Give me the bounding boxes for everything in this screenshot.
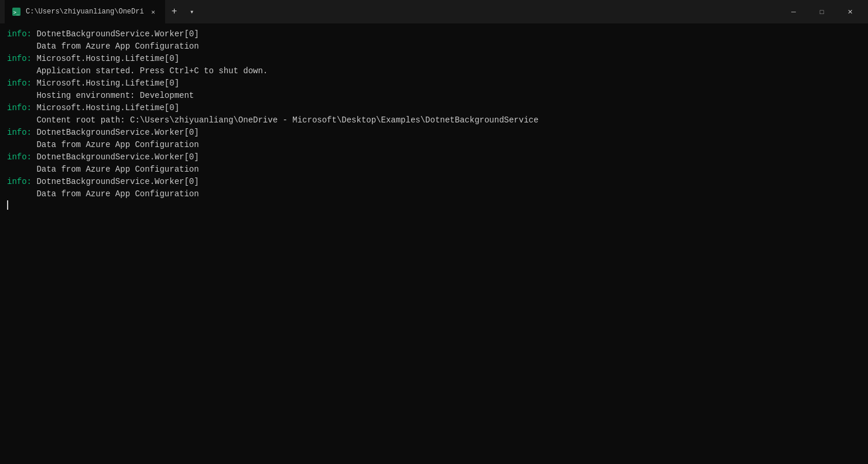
maximize-button[interactable]: □	[808, 2, 835, 21]
log-message: Hosting environment: Development	[7, 90, 194, 102]
continuation-line: Data from Azure App Configuration	[7, 163, 861, 176]
log-line: info: Microsoft.Hosting.Lifetime[0]	[7, 53, 861, 65]
log-source: DotnetBackgroundService.Worker[0]	[32, 176, 199, 188]
tab-dropdown-button[interactable]: ▾	[184, 4, 200, 20]
log-message: Data from Azure App Configuration	[7, 40, 199, 53]
continuation-line: Data from Azure App Configuration	[7, 40, 861, 53]
terminal-cursor	[7, 200, 8, 210]
continuation-line: Hosting environment: Development	[7, 90, 861, 102]
info-label: info:	[7, 28, 32, 40]
close-button[interactable]: ✕	[836, 2, 863, 21]
window-controls: ─ □ ✕	[780, 2, 863, 21]
terminal-window: >_ C:\Users\zhiyuanliang\OneDri ✕ + ▾ ─ …	[0, 0, 868, 464]
tab-title: C:\Users\zhiyuanliang\OneDri	[26, 8, 144, 16]
new-tab-button[interactable]: +	[165, 2, 184, 21]
tab-close-button[interactable]: ✕	[149, 7, 158, 16]
info-label: info:	[7, 176, 32, 188]
tab-area: >_ C:\Users\zhiyuanliang\OneDri ✕ + ▾	[5, 0, 780, 23]
info-label: info:	[7, 151, 32, 163]
title-bar: >_ C:\Users\zhiyuanliang\OneDri ✕ + ▾ ─ …	[0, 0, 868, 23]
log-line: info: DotnetBackgroundService.Worker[0]	[7, 28, 861, 40]
log-message: Application started. Press Ctrl+C to shu…	[7, 65, 268, 77]
log-source: Microsoft.Hosting.Lifetime[0]	[32, 77, 179, 90]
log-source: Microsoft.Hosting.Lifetime[0]	[32, 102, 179, 114]
info-label: info:	[7, 77, 32, 90]
log-message: Content root path: C:\Users\zhiyuanliang…	[7, 114, 538, 127]
continuation-line: Content root path: C:\Users\zhiyuanliang…	[7, 114, 861, 127]
log-source: DotnetBackgroundService.Worker[0]	[32, 28, 199, 40]
log-source: DotnetBackgroundService.Worker[0]	[32, 151, 199, 163]
log-line: info: Microsoft.Hosting.Lifetime[0]	[7, 102, 861, 114]
svg-text:>_: >_	[13, 9, 20, 15]
continuation-line: Data from Azure App Configuration	[7, 188, 861, 200]
log-line: info: DotnetBackgroundService.Worker[0]	[7, 127, 861, 139]
log-source: DotnetBackgroundService.Worker[0]	[32, 127, 199, 139]
continuation-line: Application started. Press Ctrl+C to shu…	[7, 65, 861, 77]
log-line: info: DotnetBackgroundService.Worker[0]	[7, 176, 861, 188]
log-message: Data from Azure App Configuration	[7, 163, 199, 176]
log-line: info: Microsoft.Hosting.Lifetime[0]	[7, 77, 861, 90]
log-message: Data from Azure App Configuration	[7, 139, 199, 151]
continuation-line: Data from Azure App Configuration	[7, 139, 861, 151]
info-label: info:	[7, 53, 32, 65]
terminal-tab[interactable]: >_ C:\Users\zhiyuanliang\OneDri ✕	[5, 0, 165, 23]
terminal-body[interactable]: info: DotnetBackgroundService.Worker[0] …	[0, 23, 868, 464]
log-line: info: DotnetBackgroundService.Worker[0]	[7, 151, 861, 163]
log-source: Microsoft.Hosting.Lifetime[0]	[32, 53, 179, 65]
terminal-icon: >_	[12, 7, 21, 16]
info-label: info:	[7, 127, 32, 139]
minimize-button[interactable]: ─	[780, 2, 807, 21]
info-label: info:	[7, 102, 32, 114]
cursor-line	[7, 200, 861, 210]
log-message: Data from Azure App Configuration	[7, 188, 199, 200]
